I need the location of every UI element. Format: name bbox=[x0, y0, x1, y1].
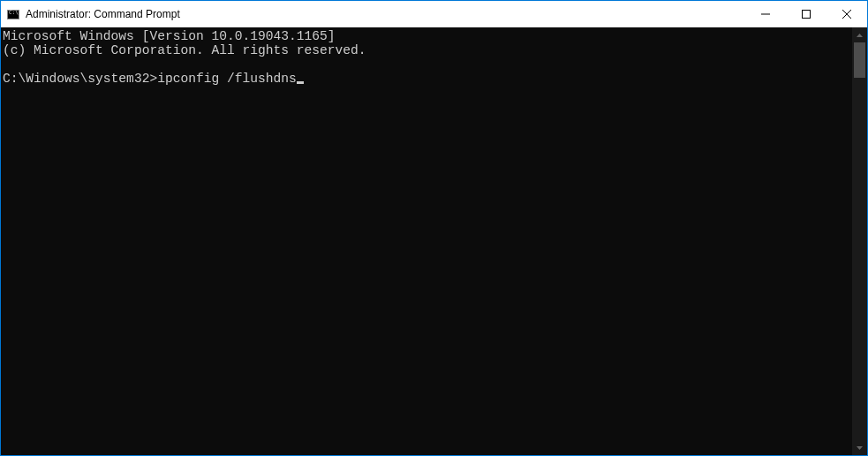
scrollbar-thumb[interactable] bbox=[854, 42, 865, 78]
window-controls bbox=[745, 1, 867, 27]
output-blank bbox=[3, 57, 852, 72]
prompt-path: C:\Windows\system32> bbox=[3, 72, 157, 86]
scroll-up-button[interactable] bbox=[852, 27, 867, 42]
terminal-area: Microsoft Windows [Version 10.0.19043.11… bbox=[1, 27, 867, 455]
titlebar[interactable]: Administrator: Command Prompt bbox=[1, 1, 867, 27]
chevron-down-icon bbox=[857, 446, 863, 450]
window-title: Administrator: Command Prompt bbox=[26, 8, 180, 20]
prompt-line: C:\Windows\system32>ipconfig /flushdns bbox=[3, 72, 852, 86]
minimize-icon bbox=[761, 10, 770, 19]
output-line: (c) Microsoft Corporation. All rights re… bbox=[3, 43, 852, 57]
svg-marker-5 bbox=[857, 446, 863, 450]
close-icon bbox=[842, 10, 851, 19]
chevron-up-icon bbox=[857, 34, 863, 37]
scroll-down-button[interactable] bbox=[852, 440, 867, 455]
app-icon bbox=[6, 7, 20, 21]
minimize-button[interactable] bbox=[745, 1, 786, 27]
maximize-icon bbox=[802, 10, 811, 19]
typed-command: ipconfig /flushdns bbox=[157, 72, 297, 86]
terminal-output[interactable]: Microsoft Windows [Version 10.0.19043.11… bbox=[1, 27, 852, 455]
output-line: Microsoft Windows [Version 10.0.19043.11… bbox=[3, 29, 852, 43]
scrollbar-track[interactable] bbox=[852, 42, 867, 440]
text-cursor bbox=[297, 81, 304, 84]
maximize-button[interactable] bbox=[786, 1, 826, 27]
svg-rect-1 bbox=[803, 11, 811, 19]
command-prompt-window: Administrator: Command Prompt Microsoft … bbox=[0, 0, 868, 456]
close-button[interactable] bbox=[826, 1, 867, 27]
svg-marker-4 bbox=[857, 34, 863, 37]
vertical-scrollbar[interactable] bbox=[852, 27, 867, 455]
